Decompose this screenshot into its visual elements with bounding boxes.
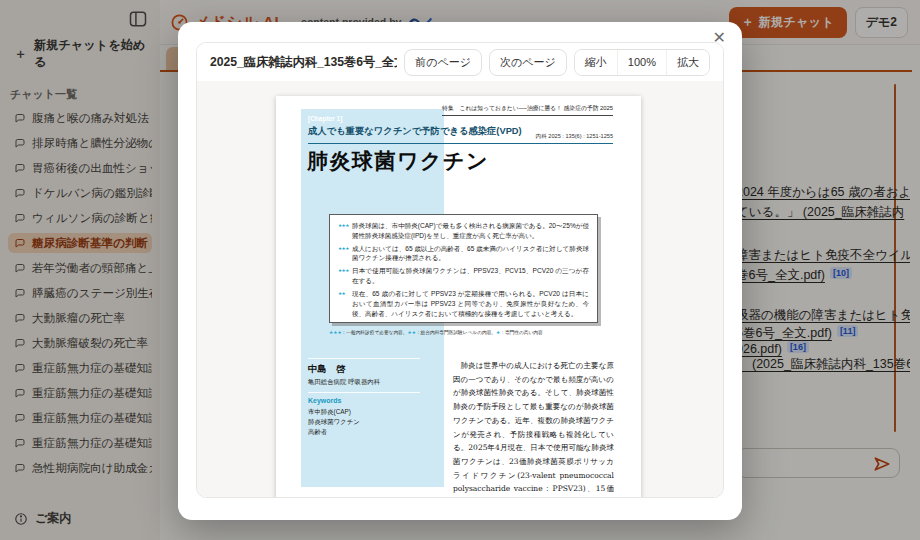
- keywords-label: Keywords: [308, 397, 341, 404]
- star-rating: ★★★: [338, 221, 352, 241]
- pdf-body-text: 肺炎は世界中の成人における死亡の主要な原因の一つであり、そのなかで最も頻度が高い…: [453, 359, 614, 497]
- keyword: 高齢者: [308, 428, 327, 437]
- pdf-article-title: 肺炎球菌ワクチン: [307, 147, 489, 175]
- pdf-feature-header: 特集 これは知っておきたい──治療に勝る！ 感染症の予防 2025: [442, 104, 613, 116]
- summary-point: ★★★肺炎球菌は、市中肺炎(CAP)で最も多く検出される病原菌である。20〜25…: [338, 221, 589, 241]
- next-page-button[interactable]: 次のページ: [489, 49, 567, 76]
- star-legend: ★★★：一般内科診療で必要な内容。★★：総合内科専門医試験レベルの内容。★：専門…: [329, 329, 543, 335]
- summary-point: ★★★日本で使用可能な肺炎球菌ワクチンは、PPSV23、PCV15、PCV20 …: [338, 266, 589, 286]
- zoom-level: 100%: [617, 50, 666, 75]
- zoom-controls: 縮小 100% 拡大: [574, 49, 710, 76]
- pdf-affiliation: 亀田総合病院 呼吸器内科: [308, 378, 380, 387]
- pdf-toolbar: 2025_臨床雑誌内科_135巻6号_全文.pdf 前のページ 次のページ 縮小…: [197, 43, 723, 81]
- pdf-viewer-canvas[interactable]: 特集 これは知っておきたい──治療に勝る！ 感染症の予防 2025 [Chapt…: [197, 81, 723, 497]
- star-rating: ★★: [338, 289, 352, 318]
- pdf-frame: 2025_臨床雑誌内科_135巻6号_全文.pdf 前のページ 次のページ 縮小…: [196, 42, 724, 498]
- author-divider: [308, 358, 420, 359]
- summary-point: ★★現在、65 歳の者に対して PPSV23 が定期接種で用いられる。PCV20…: [338, 289, 589, 318]
- pdf-page: 特集 これは知っておきたい──治療に勝る！ 感染症の予防 2025 [Chapt…: [276, 96, 641, 497]
- keywords-divider: [308, 392, 420, 393]
- pdf-chapter-label: [Chapter 1]: [308, 115, 342, 122]
- star-rating: ★★★: [338, 266, 352, 286]
- star-rating: ★★★: [338, 244, 352, 264]
- zoom-out-button[interactable]: 縮小: [575, 50, 617, 75]
- keyword: 市中肺炎(CAP): [308, 408, 351, 417]
- pdf-filename: 2025_臨床雑誌内科_135巻6号_全文.pdf: [210, 54, 397, 71]
- keyword: 肺炎球菌ワクチン: [308, 418, 360, 427]
- prev-page-button[interactable]: 前のページ: [404, 49, 482, 76]
- summary-point: ★★★成人においては、65 歳以上の高齢者、65 歳未満のハイリスク者に対して肺…: [338, 244, 589, 264]
- app-screen: ＋ 新規チャットを始める チャット一覧 腹痛と喉の痛み対処法 排尿時痛と膿性分泌…: [0, 0, 920, 540]
- pdf-viewer-modal: ✕ 2025_臨床雑誌内科_135巻6号_全文.pdf 前のページ 次のページ …: [178, 22, 742, 520]
- pdf-header-rule: [308, 143, 613, 144]
- pdf-citation: 内科 2025 : 135(6) : 1251-1255: [536, 133, 613, 141]
- zoom-in-button[interactable]: 拡大: [666, 50, 709, 75]
- pdf-author: 中島 啓: [308, 363, 345, 376]
- pdf-series-title: 成人でも重要なワクチンで予防できる感染症(VPD): [308, 125, 522, 138]
- pdf-summary-box: ★★★肺炎球菌は、市中肺炎(CAP)で最も多く検出される病原菌である。20〜25…: [329, 214, 598, 323]
